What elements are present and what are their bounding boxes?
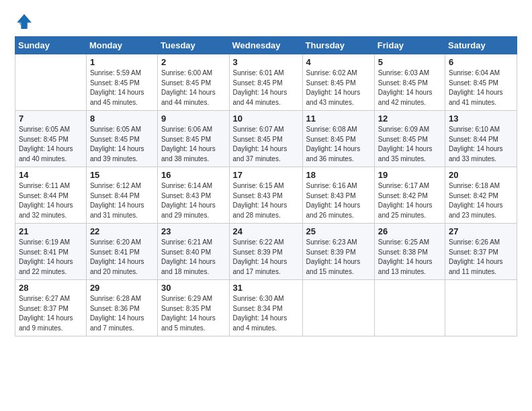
day-info: Sunrise: 6:14 AMSunset: 8:43 PMDaylight:…	[161, 181, 225, 220]
day-number: 10	[233, 113, 299, 124]
day-info: Sunrise: 6:09 AMSunset: 8:45 PMDaylight:…	[378, 125, 441, 164]
day-info: Sunrise: 5:59 AMSunset: 8:45 PMDaylight:…	[90, 68, 154, 107]
day-info: Sunrise: 6:27 AMSunset: 8:37 PMDaylight:…	[19, 294, 83, 333]
calendar-cell: 11Sunrise: 6:08 AMSunset: 8:45 PMDayligh…	[302, 111, 374, 167]
calendar-week-4: 21Sunrise: 6:19 AMSunset: 8:41 PMDayligh…	[15, 224, 517, 280]
calendar-cell: 8Sunrise: 6:05 AMSunset: 8:45 PMDaylight…	[86, 111, 157, 167]
calendar-cell: 12Sunrise: 6:09 AMSunset: 8:45 PMDayligh…	[374, 111, 445, 167]
day-number: 29	[90, 283, 154, 293]
day-number: 26	[378, 226, 441, 236]
calendar-cell: 1Sunrise: 5:59 AMSunset: 8:45 PMDaylight…	[86, 54, 157, 111]
calendar-week-3: 14Sunrise: 6:11 AMSunset: 8:44 PMDayligh…	[15, 167, 517, 224]
calendar-cell: 2Sunrise: 6:00 AMSunset: 8:45 PMDaylight…	[158, 54, 229, 111]
day-info: Sunrise: 6:03 AMSunset: 8:45 PMDaylight:…	[378, 68, 441, 107]
day-info: Sunrise: 6:10 AMSunset: 8:44 PMDaylight:…	[449, 125, 513, 164]
calendar-header-row: SundayMondayTuesdayWednesdayThursdayFrid…	[15, 37, 517, 54]
calendar-cell	[374, 280, 445, 336]
calendar-cell: 20Sunrise: 6:18 AMSunset: 8:42 PMDayligh…	[445, 167, 517, 224]
calendar-cell: 14Sunrise: 6:11 AMSunset: 8:44 PMDayligh…	[15, 167, 87, 224]
weekday-header-monday: Monday	[86, 37, 157, 54]
calendar-cell: 18Sunrise: 6:16 AMSunset: 8:43 PMDayligh…	[302, 167, 374, 224]
calendar-cell: 16Sunrise: 6:14 AMSunset: 8:43 PMDayligh…	[158, 167, 229, 224]
calendar-cell: 25Sunrise: 6:23 AMSunset: 8:39 PMDayligh…	[302, 224, 374, 280]
day-number: 24	[233, 226, 299, 236]
day-info: Sunrise: 6:12 AMSunset: 8:44 PMDaylight:…	[90, 181, 154, 220]
day-info: Sunrise: 6:21 AMSunset: 8:40 PMDaylight:…	[161, 238, 225, 277]
calendar-week-1: 1Sunrise: 5:59 AMSunset: 8:45 PMDaylight…	[15, 54, 517, 111]
calendar-cell: 10Sunrise: 6:07 AMSunset: 8:45 PMDayligh…	[229, 111, 302, 167]
day-info: Sunrise: 6:30 AMSunset: 8:34 PMDaylight:…	[233, 294, 299, 333]
day-number: 21	[19, 226, 83, 236]
weekday-header-tuesday: Tuesday	[158, 37, 229, 54]
day-info: Sunrise: 6:19 AMSunset: 8:41 PMDaylight:…	[19, 238, 83, 277]
day-info: Sunrise: 6:22 AMSunset: 8:39 PMDaylight:…	[233, 238, 299, 277]
day-number: 19	[378, 170, 441, 180]
day-number: 16	[161, 170, 225, 180]
day-info: Sunrise: 6:17 AMSunset: 8:42 PMDaylight:…	[378, 181, 441, 220]
calendar-table: SundayMondayTuesdayWednesdayThursdayFrid…	[15, 36, 517, 336]
calendar-week-2: 7Sunrise: 6:05 AMSunset: 8:45 PMDaylight…	[15, 111, 517, 167]
calendar-cell: 17Sunrise: 6:15 AMSunset: 8:43 PMDayligh…	[229, 167, 302, 224]
calendar-cell	[15, 54, 87, 111]
weekday-header-wednesday: Wednesday	[229, 37, 302, 54]
day-info: Sunrise: 6:20 AMSunset: 8:41 PMDaylight:…	[90, 238, 154, 277]
day-number: 28	[19, 283, 83, 293]
day-number: 9	[161, 113, 225, 124]
day-number: 15	[90, 170, 154, 180]
day-number: 27	[449, 226, 513, 236]
page: SundayMondayTuesdayWednesdayThursdayFrid…	[0, 0, 532, 411]
day-number: 30	[161, 283, 225, 293]
day-info: Sunrise: 6:05 AMSunset: 8:45 PMDaylight:…	[90, 125, 154, 164]
day-info: Sunrise: 6:28 AMSunset: 8:36 PMDaylight:…	[90, 294, 154, 333]
day-number: 11	[306, 113, 371, 124]
calendar-cell: 19Sunrise: 6:17 AMSunset: 8:42 PMDayligh…	[374, 167, 445, 224]
logo-icon	[15, 12, 34, 31]
day-number: 13	[449, 113, 513, 124]
calendar-cell: 6Sunrise: 6:04 AMSunset: 8:45 PMDaylight…	[445, 54, 517, 111]
day-number: 25	[306, 226, 371, 236]
calendar-cell: 27Sunrise: 6:26 AMSunset: 8:37 PMDayligh…	[445, 224, 517, 280]
weekday-header-friday: Friday	[374, 37, 445, 54]
day-number: 31	[233, 283, 299, 293]
calendar-cell: 30Sunrise: 6:29 AMSunset: 8:35 PMDayligh…	[158, 280, 229, 336]
day-info: Sunrise: 6:25 AMSunset: 8:38 PMDaylight:…	[378, 238, 441, 277]
day-number: 5	[378, 57, 441, 67]
logo	[15, 12, 35, 31]
day-number: 6	[449, 57, 513, 67]
day-info: Sunrise: 6:23 AMSunset: 8:39 PMDaylight:…	[306, 238, 371, 277]
calendar-cell: 29Sunrise: 6:28 AMSunset: 8:36 PMDayligh…	[86, 280, 157, 336]
day-number: 2	[161, 57, 225, 67]
day-number: 1	[90, 57, 154, 67]
day-info: Sunrise: 6:07 AMSunset: 8:45 PMDaylight:…	[233, 125, 299, 164]
calendar-cell	[445, 280, 517, 336]
day-info: Sunrise: 6:04 AMSunset: 8:45 PMDaylight:…	[449, 68, 513, 107]
calendar-cell: 15Sunrise: 6:12 AMSunset: 8:44 PMDayligh…	[86, 167, 157, 224]
day-info: Sunrise: 6:05 AMSunset: 8:45 PMDaylight:…	[19, 125, 83, 164]
day-info: Sunrise: 6:26 AMSunset: 8:37 PMDaylight:…	[449, 238, 513, 277]
calendar-cell: 7Sunrise: 6:05 AMSunset: 8:45 PMDaylight…	[15, 111, 87, 167]
day-info: Sunrise: 6:29 AMSunset: 8:35 PMDaylight:…	[161, 294, 225, 333]
day-number: 12	[378, 113, 441, 124]
day-number: 3	[233, 57, 299, 67]
calendar-cell: 31Sunrise: 6:30 AMSunset: 8:34 PMDayligh…	[229, 280, 302, 336]
day-info: Sunrise: 6:11 AMSunset: 8:44 PMDaylight:…	[19, 181, 83, 220]
day-number: 4	[306, 57, 371, 67]
calendar-cell: 21Sunrise: 6:19 AMSunset: 8:41 PMDayligh…	[15, 224, 87, 280]
day-number: 14	[19, 170, 83, 180]
calendar-cell: 24Sunrise: 6:22 AMSunset: 8:39 PMDayligh…	[229, 224, 302, 280]
calendar-cell: 23Sunrise: 6:21 AMSunset: 8:40 PMDayligh…	[158, 224, 229, 280]
calendar-cell: 9Sunrise: 6:06 AMSunset: 8:45 PMDaylight…	[158, 111, 229, 167]
day-info: Sunrise: 6:18 AMSunset: 8:42 PMDaylight:…	[449, 181, 513, 220]
day-number: 23	[161, 226, 225, 236]
calendar-cell	[302, 280, 374, 336]
calendar-cell: 13Sunrise: 6:10 AMSunset: 8:44 PMDayligh…	[445, 111, 517, 167]
day-info: Sunrise: 6:16 AMSunset: 8:43 PMDaylight:…	[306, 181, 371, 220]
day-info: Sunrise: 6:02 AMSunset: 8:45 PMDaylight:…	[306, 68, 371, 107]
calendar-week-5: 28Sunrise: 6:27 AMSunset: 8:37 PMDayligh…	[15, 280, 517, 336]
weekday-header-saturday: Saturday	[445, 37, 517, 54]
day-number: 22	[90, 226, 154, 236]
weekday-header-sunday: Sunday	[15, 37, 87, 54]
calendar-cell: 4Sunrise: 6:02 AMSunset: 8:45 PMDaylight…	[302, 54, 374, 111]
day-number: 18	[306, 170, 371, 180]
day-info: Sunrise: 6:06 AMSunset: 8:45 PMDaylight:…	[161, 125, 225, 164]
